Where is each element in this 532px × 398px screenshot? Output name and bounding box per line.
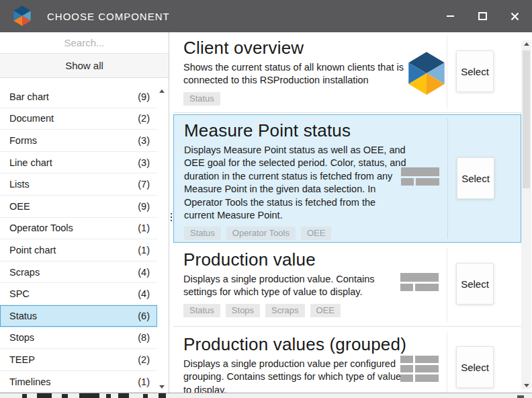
tag-operator-tools: Operator Tools — [226, 227, 296, 240]
component-card-measure-point-status[interactable]: Measure Point statusDisplays Measure Poi… — [173, 114, 521, 243]
tag-status: Status — [183, 304, 220, 317]
category-count: (2) — [138, 354, 150, 365]
close-button[interactable] — [498, 0, 531, 32]
category-count: (1) — [138, 245, 150, 255]
sidebar-item-timelines[interactable]: Timelines(1) — [0, 371, 157, 393]
category-count: (1) — [138, 376, 150, 387]
sidebar-item-line-chart[interactable]: Line chart(3) — [0, 152, 157, 174]
category-label: Bar chart — [9, 91, 138, 102]
category-label: Document — [9, 113, 138, 124]
sidebar-item-document[interactable]: Document(2) — [0, 108, 157, 130]
window-title: CHOOSE COMPONENT — [47, 11, 170, 22]
category-count: (9) — [138, 91, 150, 102]
tag-stops: Stops — [226, 304, 260, 317]
category-label: TEEP — [9, 354, 138, 365]
sidebar-item-spc[interactable]: SPC(4) — [0, 283, 157, 305]
status-panel-icon — [398, 273, 441, 291]
category-label: SPC — [9, 288, 138, 299]
show-all-button[interactable]: Show all — [0, 54, 169, 78]
grouped-panel-icon — [398, 356, 441, 382]
category-label: Stops — [9, 332, 138, 343]
search-input[interactable] — [0, 32, 169, 53]
sidebar-item-stops[interactable]: Stops(8) — [0, 327, 157, 350]
category-label: Line chart — [9, 157, 138, 168]
window-controls — [434, 0, 531, 32]
close-icon — [511, 12, 519, 21]
category-label: Forms — [9, 135, 138, 146]
category-count: (3) — [138, 135, 150, 146]
component-card-production-value[interactable]: Production valueDisplays a single produc… — [173, 244, 521, 327]
scroll-up-icon[interactable] — [524, 42, 529, 46]
search-row — [0, 32, 169, 54]
card-description: Displays Measure Point status as well as… — [184, 144, 407, 222]
sidebar-scrollbar[interactable] — [157, 89, 167, 389]
sidebar-item-operator-tools[interactable]: Operator Tools(1) — [0, 218, 157, 240]
tag-status: Status — [183, 92, 220, 106]
component-card-client-overview[interactable]: Client overviewShows the current status … — [173, 32, 521, 113]
scrollbar-thumb[interactable] — [523, 50, 530, 188]
sidebar-item-lists[interactable]: Lists(7) — [0, 173, 157, 196]
minimize-icon — [447, 15, 454, 17]
rsproduction-logo-icon — [12, 5, 32, 28]
component-list-pane: Client overviewShows the current status … — [170, 32, 532, 393]
tag-status: Status — [184, 227, 221, 240]
sidebar-item-scraps[interactable]: Scraps(4) — [0, 262, 157, 284]
sidebar-item-status[interactable]: Status(6) — [0, 305, 157, 327]
sidebar-item-point-chart[interactable]: Point chart(1) — [0, 239, 157, 262]
sidebar-item-oee[interactable]: OEE(9) — [0, 196, 157, 218]
choose-component-window: { "titlebar": { "title": "CHOOSE COMPONE… — [0, 0, 532, 398]
tag-scraps: Scraps — [265, 304, 304, 317]
category-label: Scraps — [9, 267, 138, 278]
tag-oee: OEE — [301, 227, 331, 240]
sidebar: Show all Bar chart(9)Document(2)Forms(3)… — [0, 32, 169, 393]
status-panel-icon — [398, 167, 441, 186]
scroll-down-icon[interactable] — [159, 385, 165, 389]
rsproduction-cube-icon — [405, 51, 448, 98]
select-button[interactable]: Select — [456, 50, 494, 92]
background-window-fragment — [0, 393, 532, 398]
main-scrollbar[interactable] — [521, 40, 531, 389]
select-button[interactable]: Select — [456, 346, 494, 388]
card-tags: Status — [183, 92, 521, 106]
category-label: Point chart — [9, 245, 138, 255]
category-count: (7) — [138, 179, 150, 190]
card-tags: StatusStopsScrapsOEE — [183, 304, 521, 317]
select-button[interactable]: Select — [456, 263, 494, 305]
maximize-icon — [478, 12, 487, 20]
category-label: OEE — [9, 201, 138, 212]
scroll-down-icon[interactable] — [524, 384, 529, 387]
category-count: (6) — [138, 311, 150, 321]
category-label: Operator Tools — [9, 223, 138, 233]
scroll-up-icon[interactable] — [159, 89, 165, 93]
sidebar-item-forms[interactable]: Forms(3) — [0, 130, 157, 152]
category-count: (2) — [138, 113, 150, 124]
card-description: Displays a single production value. Cont… — [183, 273, 406, 299]
category-count: (3) — [138, 157, 150, 168]
titlebar: CHOOSE COMPONENT — [0, 0, 532, 32]
card-title: Measure Point status — [184, 119, 521, 142]
maximize-button[interactable] — [466, 0, 498, 32]
select-button[interactable]: Select — [457, 157, 494, 199]
sidebar-item-bar-chart[interactable]: Bar chart(9) — [0, 86, 157, 108]
category-count: (4) — [138, 267, 150, 278]
category-count: (4) — [138, 288, 150, 299]
card-divider — [447, 36, 447, 109]
sidebar-item-teep[interactable]: TEEP(2) — [0, 349, 157, 371]
tag-oee: OEE — [310, 304, 341, 317]
category-count: (8) — [138, 332, 150, 343]
category-label: Status — [9, 311, 138, 321]
card-description: Shows the current status of all known cl… — [183, 61, 406, 87]
minimize-button[interactable] — [434, 0, 466, 32]
category-label: Lists — [9, 179, 138, 190]
card-divider — [447, 118, 448, 239]
category-list: Bar chart(9)Document(2)Forms(3)Line char… — [0, 86, 157, 393]
category-count: (9) — [138, 201, 150, 212]
card-divider — [447, 332, 447, 393]
card-divider — [447, 247, 447, 323]
category-count: (1) — [138, 223, 150, 233]
dialog-body: Show all Bar chart(9)Document(2)Forms(3)… — [0, 32, 532, 393]
category-label: Timelines — [9, 376, 138, 387]
card-description: Displays a single production value per c… — [183, 358, 406, 393]
component-cards: Client overviewShows the current status … — [173, 32, 521, 393]
component-card-production-values-grouped-[interactable]: Production values (grouped)Displays a si… — [173, 329, 521, 393]
